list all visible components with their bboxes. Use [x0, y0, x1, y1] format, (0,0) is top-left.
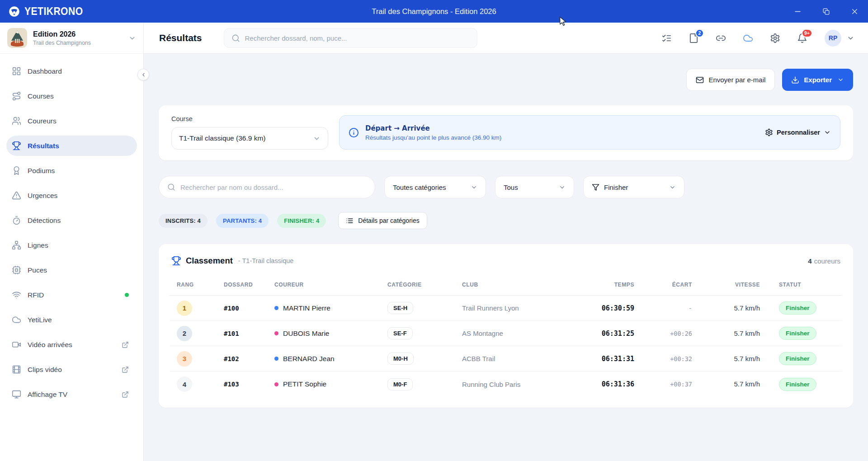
edition-selector[interactable]: Edition 2026 Trail des Champignons [0, 23, 143, 54]
column-header: ÉCART [644, 282, 702, 288]
result-row[interactable]: 3#102BERNARD JeanM0-HACBB Trail06:31:31+… [170, 346, 842, 372]
category-badge: SE-H [387, 302, 413, 314]
runner-count-label: coureurs [814, 257, 840, 265]
sidebar-item-clips-video[interactable]: Clips vidéo [6, 359, 137, 380]
column-header: CATÉGORIE [380, 282, 455, 288]
bib-number: #101 [224, 330, 239, 337]
global-search-input[interactable] [245, 34, 470, 42]
wifi-icon [12, 290, 21, 300]
sidebar-item-yetilive[interactable]: YetiLive [6, 310, 137, 330]
sidebar-item-affichage-tv[interactable]: Affichage TV [6, 384, 137, 405]
result-row[interactable]: 2#101DUBOIS MarieSE-FAS Montagne06:31:25… [170, 321, 842, 346]
sidebar-item-label: Dashboard [28, 67, 62, 75]
sidebar-item-resultats[interactable]: Résultats [6, 136, 137, 156]
global-search[interactable] [224, 28, 477, 48]
maximize-button[interactable] [822, 7, 830, 16]
documents-button[interactable]: 2 [689, 33, 699, 43]
tasks-icon[interactable] [661, 33, 672, 43]
column-header: DOSSARD [217, 282, 267, 288]
ranking-table: RANGDOSSARDCOUREURCATÉGORIECLUBTEMPSÉCAR… [170, 274, 842, 397]
runner-search-input[interactable] [180, 183, 367, 191]
export-button[interactable]: Exporter [782, 69, 853, 91]
sidebar-item-label: Détections [28, 216, 61, 225]
course-info-box: Départ → Arrivée Résultats jusqu'au poin… [339, 115, 840, 150]
time-gap: - [689, 305, 692, 312]
results-page: Envoyer par e-mail Exporter Course T1-Tr… [144, 54, 868, 461]
category-badge: SE-F [387, 327, 413, 339]
result-row[interactable]: 4#103PETIT SophieM0-FRunning Club Paris0… [170, 372, 842, 397]
profile-menu[interactable]: RP [825, 30, 854, 47]
finish-time: 06:31:31 [602, 355, 634, 363]
sidebar-item-dashboard[interactable]: Dashboard [6, 61, 137, 81]
category-badge: M0-H [387, 353, 414, 365]
category-badge: M0-F [387, 378, 413, 390]
club: Trail Runners Lyon [455, 304, 585, 312]
cloud-sync-icon[interactable] [743, 33, 753, 43]
stat-badge: PARTANTS: 4 [216, 214, 269, 228]
sidebar: Edition 2026 Trail des Champignons Dashb… [0, 23, 144, 461]
category-filter[interactable]: Toutes catégories [384, 176, 486, 198]
gender-dot [274, 382, 278, 386]
gender-dot [274, 331, 278, 335]
sidebar-item-courses[interactable]: Courses [6, 86, 137, 106]
search-icon [167, 183, 175, 191]
sidebar-item-puces[interactable]: Puces [6, 260, 137, 280]
bib-number: #103 [224, 381, 239, 388]
sidebar-item-rfid[interactable]: RFID [6, 285, 137, 305]
course-select[interactable]: T1-Trail classique (36.9 km) [171, 127, 328, 150]
funnel-icon [592, 183, 599, 191]
sidebar-item-podiums[interactable]: Podiums [6, 160, 137, 181]
sidebar-item-video-arrivees[interactable]: Vidéo arrivées [6, 334, 137, 355]
page-title: Résultats [159, 33, 202, 43]
alert-icon [12, 191, 21, 200]
sidebar-item-label: Résultats [28, 142, 59, 150]
sidebar-item-label: Affichage TV [28, 390, 67, 399]
cloud-icon [12, 315, 21, 325]
tv-icon [12, 390, 21, 399]
column-header: RANG [170, 282, 217, 288]
column-header: STATUT [770, 282, 842, 288]
runner-name: MARTIN Pierre [274, 304, 380, 312]
info-icon [349, 127, 359, 138]
finisher-filter-value: Finisher [604, 183, 628, 191]
category-details-button[interactable]: Détails par catégories [338, 212, 427, 229]
customize-label: Personnaliser [777, 129, 820, 136]
status-badge: Finisher [779, 301, 816, 315]
link-icon[interactable] [716, 33, 726, 43]
route-icon [12, 91, 21, 101]
runner-count-value: 4 [808, 257, 811, 265]
settings-icon[interactable] [770, 33, 780, 43]
runner-search[interactable] [159, 176, 375, 198]
close-button[interactable] [850, 7, 859, 16]
chevron-down-icon [669, 184, 676, 191]
status-badge: Finisher [779, 327, 816, 340]
sidebar-item-detections[interactable]: Détections [6, 210, 137, 230]
sidebar-item-lignes[interactable]: Lignes [6, 235, 137, 255]
header-icons: 2 9+ [661, 33, 807, 43]
speed: 5.7 km/h [734, 329, 760, 337]
network-icon [12, 240, 21, 250]
filters-row: Toutes catégories Tous Finisher [159, 176, 853, 198]
minimize-button[interactable] [793, 7, 802, 16]
sidebar-nav: DashboardCoursesCoureursRésultatsPodiums… [0, 54, 143, 405]
edition-name: Edition 2026 [33, 30, 91, 38]
stat-badge: FINISHER: 4 [277, 214, 326, 228]
trophy-icon [171, 256, 181, 266]
status-filter[interactable]: Tous [495, 176, 574, 198]
yeti-logo-icon [8, 5, 20, 18]
send-email-button[interactable]: Envoyer par e-mail [686, 69, 775, 91]
chevron-down-icon [559, 184, 566, 191]
notifications-button[interactable]: 9+ [797, 33, 807, 43]
dashboard-icon [12, 66, 21, 76]
sidebar-item-label: Podiums [28, 167, 55, 175]
column-header: VITESSE [702, 282, 770, 288]
chevron-down-icon [471, 184, 477, 191]
sidebar-item-urgences[interactable]: Urgences [6, 185, 137, 206]
finisher-filter[interactable]: Finisher [583, 176, 684, 198]
sidebar-item-coureurs[interactable]: Coureurs [6, 111, 137, 131]
sidebar-collapse-button[interactable] [137, 69, 149, 80]
category-filter-value: Toutes catégories [393, 183, 446, 191]
result-row[interactable]: 1#100MARTIN PierreSE-HTrail Runners Lyon… [170, 296, 842, 321]
customize-button[interactable]: Personnaliser [765, 128, 831, 136]
avatar: RP [825, 30, 841, 47]
